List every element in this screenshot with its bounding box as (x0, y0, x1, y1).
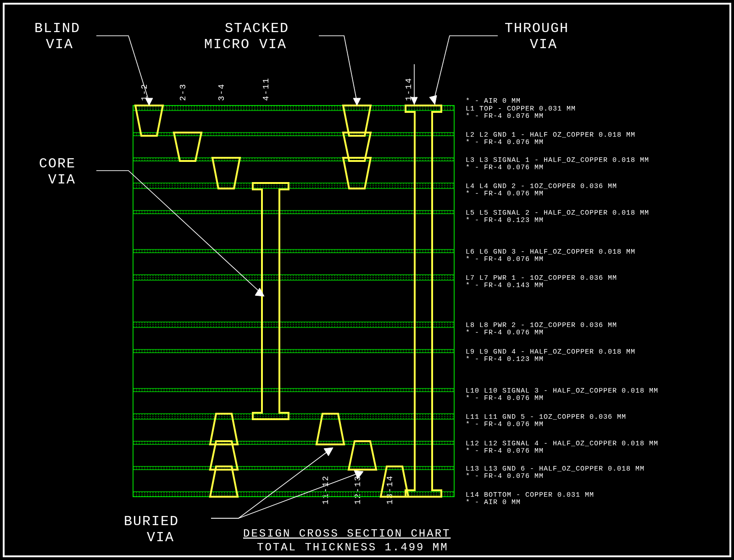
legend-layer-3-a: L3 L3 SIGNAL 1 - HALF_OZ_COPPER 0.018 MM (466, 156, 649, 164)
copper-layer-10 (133, 388, 454, 392)
svg-marker-49 (353, 98, 361, 105)
legend-layer-8-a: L8 L8 PWR 2 - 1OZ_COPPER 0.036 MM (466, 322, 617, 329)
total-thickness-label: TOTAL THICKNESS 1.499 MM (257, 541, 449, 554)
via-micro-2-3 (174, 133, 201, 161)
stacked-micro-via-label-l1: STACKED (225, 21, 289, 36)
svg-marker-53 (324, 448, 333, 456)
via-through-1-14 (406, 105, 441, 497)
buried-via-label-l2: VIA (147, 530, 174, 545)
legend-layer-2-b: * - FR-4 0.076 MM (466, 139, 544, 146)
core-via-label-l1: CORE (39, 156, 76, 172)
legend-layer-14-a: L14 BOTTOM - COPPER 0.031 MM (466, 491, 594, 499)
copper-layer-12 (133, 441, 454, 444)
col-11-12: 11-12 (321, 475, 330, 505)
leader-lines (96, 36, 498, 518)
svg-rect-17 (133, 250, 454, 253)
stacked-micro-via-label-l2: MICRO VIA (204, 37, 287, 52)
copper-layer-7 (133, 275, 454, 280)
legend-layer-4-b: * - FR-4 0.076 MM (466, 190, 544, 198)
copper-layer-6 (133, 250, 454, 253)
layer-stackup (133, 105, 454, 497)
legend-layer-8-b: * - FR-4 0.076 MM (466, 329, 544, 337)
via-micro-13-14 (381, 466, 408, 497)
legend-air-top: * - AIR 0 MM (466, 97, 521, 105)
legend-layer-7-b: * - FR-4 0.143 MM (466, 282, 544, 289)
copper-layer-11 (133, 414, 454, 419)
legend-layer-4-a: L4 L4 GND 2 - 1OZ_COPPER 0.036 MM (466, 183, 617, 190)
core-via-label-l2: VIA (48, 172, 76, 188)
svg-rect-38 (133, 441, 454, 444)
through-via-label-l1: THROUGH (505, 21, 569, 36)
via-micro-12-13a (210, 441, 238, 470)
layer-legend: * - AIR 0 MML1 TOP - COPPER 0.031 MM* - … (466, 97, 658, 506)
legend-layer-11-a: L11 L11 GND 5 - 1OZ_COPPER 0.036 MM (466, 413, 626, 421)
legend-layer-13-b: * - FR-4 0.076 MM (466, 472, 544, 480)
legend-layer-12-a: L12 L12 SIGNAL 4 - HALF_OZ_COPPER 0.018 … (466, 440, 658, 448)
vias-group (135, 105, 441, 497)
svg-marker-48 (145, 98, 153, 105)
via-core-4-11 (253, 183, 289, 419)
svg-rect-31 (133, 388, 454, 392)
copper-layer-8 (133, 322, 454, 327)
col-4-11: 4-11 (261, 78, 271, 101)
via-stack-2-3 (343, 133, 371, 161)
buried-via-label-l1: BURIED (124, 514, 179, 529)
legend-layer-10-a: L10 L10 SIGNAL 3 - HALF_OZ_COPPER 0.018 … (466, 387, 658, 395)
legend-layer-1-b: * - FR-4 0.076 MM (466, 112, 544, 120)
copper-layer-4 (133, 183, 454, 189)
copper-layer-9 (133, 349, 454, 353)
chart-title: DESIGN CROSS SECTION CHART (243, 527, 450, 540)
svg-rect-41 (133, 466, 454, 470)
col-13-14: 13-14 (385, 475, 395, 505)
blind-via-label-l2: VIA (46, 37, 73, 52)
legend-layer-9-b: * - FR-4 0.123 MM (466, 355, 544, 363)
col-3-4: 3-4 (217, 83, 226, 101)
legend-layer-7-a: L7 L7 PWR 1 - 1OZ_COPPER 0.036 MM (466, 274, 617, 282)
legend-layer-11-b: * - FR-4 0.076 MM (466, 421, 544, 428)
legend-layer-12-b: * - FR-4 0.076 MM (466, 447, 544, 455)
via-micro-12-13 (349, 441, 376, 470)
copper-layer-5 (133, 211, 454, 214)
svg-rect-14 (133, 211, 454, 214)
blind-via-label-l1: BLIND (34, 21, 80, 36)
legend-layer-10-b: * - FR-4 0.076 MM (466, 394, 544, 402)
column-labels: 1-2 2-3 3-4 4-11 1-14 11-12 12-13 13-14 (140, 78, 413, 505)
legend-layer-5-a: L5 L5 SIGNAL 2 - HALF_OZ_COPPER 0.018 MM (466, 209, 649, 217)
legend-layer-1-a: L1 TOP - COPPER 0.031 MM (466, 105, 576, 113)
via-stack-1-2 (343, 105, 371, 136)
legend-layer-2-a: L2 L2 GND 1 - HALF OZ_COPPER 0.018 MM (466, 131, 635, 139)
copper-layer-13 (133, 466, 454, 470)
legend-layer-13-a: L13 L13 GND 6 - HALF_OZ_COPPER 0.018 MM (466, 465, 645, 473)
via-blind-1-2 (135, 105, 163, 136)
legend-layer-14-b: * - AIR 0 MM (466, 499, 521, 506)
legend-layer-5-b: * - FR-4 0.123 MM (466, 216, 544, 224)
legend-layer-3-b: * - FR-4 0.076 MM (466, 164, 544, 172)
col-2-3: 2-3 (178, 83, 188, 101)
legend-layer-6-a: L6 L6 GND 3 - HALF_OZ_COPPER 0.018 MM (466, 248, 635, 256)
legend-layer-6-b: * - FR-4 0.076 MM (466, 255, 544, 263)
stackup-outline (133, 105, 454, 497)
legend-layer-9-a: L9 L9 GND 4 - HALF_OZ_COPPER 0.018 MM (466, 348, 635, 356)
svg-marker-50 (429, 95, 437, 105)
svg-rect-28 (133, 349, 454, 353)
col-12-13: 12-13 (353, 475, 362, 505)
through-via-label-l2: VIA (530, 37, 557, 52)
cross-section-diagram: BLIND VIA STACKED MICRO VIA THROUGH VIA … (0, 0, 734, 560)
via-micro-13-14a (210, 466, 238, 497)
